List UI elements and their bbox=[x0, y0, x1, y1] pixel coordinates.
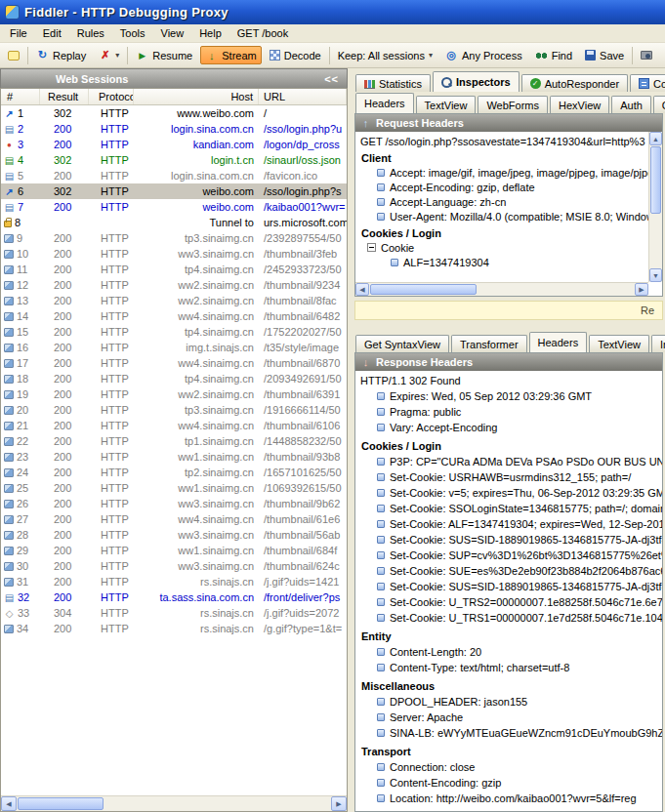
menu-item-edit[interactable]: Edit bbox=[35, 25, 69, 41]
session-row[interactable]: 9200HTTPtp3.sinaimg.cn/2392897554/50 bbox=[1, 230, 347, 246]
session-row[interactable]: 13200HTTPww2.sinaimg.cn/thumbnail/8fac bbox=[1, 293, 347, 308]
header-row[interactable]: Accept: image/gif, image/jpeg, image/pjp… bbox=[355, 165, 648, 180]
session-row[interactable]: 25200HTTPww1.sinaimg.cn/1069392615/50 bbox=[1, 480, 347, 496]
session-row[interactable]: 5200HTTPlogin.sina.com.cn/favicon.ico bbox=[1, 168, 347, 183]
title-bar[interactable]: Fiddler - HTTP Debugging Proxy bbox=[0, 0, 665, 24]
session-row[interactable]: 34200HTTPrs.sinajs.cn/g.gif?type=1&t= bbox=[1, 621, 347, 636]
header-row[interactable]: Set-Cookie: USRHAWB=usrmdins312_155; pat… bbox=[355, 469, 662, 485]
header-row[interactable]: Accept-Encoding: gzip, deflate bbox=[355, 180, 648, 194]
header-row[interactable]: DPOOL_HEADER: jason155 bbox=[355, 694, 662, 710]
collapse-icon[interactable] bbox=[367, 243, 376, 252]
scrollbar-thumb[interactable] bbox=[18, 797, 104, 810]
header-row[interactable]: Connection: close bbox=[355, 759, 662, 775]
column-header-protocol[interactable]: Protocol bbox=[89, 89, 134, 104]
response-tab-headers[interactable]: Headers bbox=[529, 332, 588, 352]
request-tab-webforms[interactable]: WebForms bbox=[478, 96, 548, 113]
header-row[interactable]: User-Agent: Mozilla/4.0 (compatible; MSI… bbox=[355, 209, 648, 223]
header-row[interactable]: Cookies / Login bbox=[355, 225, 648, 240]
session-row[interactable]: 10200HTTPww3.sinaimg.cn/thumbnail/3feb bbox=[1, 246, 347, 262]
session-row[interactable]: 28200HTTPww3.sinaimg.cn/thumbnail/56ab bbox=[1, 527, 347, 543]
scroll-down-button[interactable] bbox=[649, 268, 662, 282]
tab-autoresponder[interactable]: AutoResponder bbox=[521, 74, 628, 92]
session-row[interactable]: 17200HTTPww4.sinaimg.cn/thumbnail/6870 bbox=[1, 355, 347, 371]
tab-composer[interactable]: Composer bbox=[630, 74, 665, 92]
session-row[interactable]: 23200HTTPww1.sinaimg.cn/thumbnail/93b8 bbox=[1, 449, 347, 465]
session-row[interactable]: 19200HTTPww2.sinaimg.cn/thumbnail/6391 bbox=[1, 386, 347, 402]
session-row[interactable]: 29200HTTPww1.sinaimg.cn/thumbnail/684f bbox=[1, 543, 347, 558]
header-row[interactable]: Entity bbox=[355, 629, 662, 644]
menu-item-get-book[interactable]: GET /book bbox=[229, 25, 296, 41]
header-row[interactable]: Content-Type: text/html; charset=utf-8 bbox=[355, 660, 662, 675]
stream-toggle-button[interactable]: Stream bbox=[200, 46, 261, 64]
menu-item-file[interactable]: File bbox=[2, 25, 35, 41]
session-row[interactable]: 8Tunnel tours.microsoft.com bbox=[1, 215, 347, 230]
header-row[interactable]: Set-Cookie: SUS=SID-1889019865-134681577… bbox=[355, 579, 662, 594]
header-row[interactable]: P3P: CP="CURa ADMa DEVa PSAo PSDo OUR BU… bbox=[355, 454, 662, 469]
column-header-url[interactable]: URL bbox=[259, 89, 347, 104]
session-row[interactable]: 7200HTTPweibo.com/kaibao001?wvr= bbox=[1, 199, 347, 215]
session-row[interactable]: 31200HTTPrs.sinajs.cn/j.gif?uids=1421 bbox=[1, 574, 347, 589]
header-row[interactable]: Transport bbox=[355, 744, 662, 759]
request-tab-auth[interactable]: Auth bbox=[611, 96, 651, 113]
header-row[interactable]: Pragma: public bbox=[355, 404, 662, 420]
menu-item-tools[interactable]: Tools bbox=[112, 25, 153, 41]
menu-item-rules[interactable]: Rules bbox=[69, 25, 112, 41]
header-row[interactable]: Server: Apache bbox=[355, 710, 662, 725]
session-row[interactable]: 26200HTTPww3.sinaimg.cn/thumbnail/9b62 bbox=[1, 496, 347, 511]
response-tab-textview[interactable]: TextView bbox=[589, 335, 649, 352]
remove-sessions-button[interactable]: ▾ bbox=[94, 46, 124, 64]
scrollbar-thumb[interactable] bbox=[650, 146, 661, 214]
tab-statistics[interactable]: Statistics bbox=[355, 74, 431, 92]
scrollbar-track[interactable] bbox=[369, 283, 635, 296]
scroll-right-button[interactable] bbox=[635, 283, 648, 296]
timer-button[interactable] bbox=[660, 47, 665, 63]
header-row[interactable]: Content-Length: 20 bbox=[355, 644, 662, 660]
header-row[interactable]: Accept-Language: zh-cn bbox=[355, 194, 648, 209]
add-comment-button[interactable] bbox=[3, 48, 24, 63]
header-row[interactable]: Set-Cookie: SUP=cv%3D1%26bt%3D1346815775… bbox=[355, 548, 662, 563]
session-row[interactable]: 18200HTTPtp4.sinaimg.cn/2093492691/50 bbox=[1, 371, 347, 386]
session-row[interactable]: 30200HTTPww3.sinaimg.cn/thumbnail/624c bbox=[1, 558, 347, 574]
session-row[interactable]: 32200HTTPta.sass.sina.com.cn/front/deliv… bbox=[1, 589, 347, 605]
header-row[interactable]: Set-Cookie: SUE=es%3De2eb90f23b884b2f206… bbox=[355, 563, 662, 579]
header-row[interactable]: Set-Cookie: U_TRS1=00000007.1e7d258f.504… bbox=[355, 610, 662, 626]
response-tab-transformer[interactable]: Transformer bbox=[451, 335, 527, 352]
header-row[interactable]: Client bbox=[355, 150, 648, 165]
header-row[interactable]: ALF=1347419304 bbox=[355, 255, 648, 269]
any-process-button[interactable]: Any Process bbox=[440, 46, 527, 64]
tab-inspectors[interactable]: Inspectors bbox=[433, 71, 520, 92]
header-row[interactable]: Set-Cookie: ALF=1347419304; expires=Wed,… bbox=[355, 516, 662, 532]
collapse-panel-button[interactable]: << bbox=[324, 73, 339, 85]
header-row[interactable]: Set-Cookie: v=5; expires=Thu, 06-Sep-201… bbox=[355, 485, 662, 501]
request-tab-headers[interactable]: Headers bbox=[355, 93, 414, 113]
replay-button[interactable]: Replay bbox=[31, 46, 91, 64]
header-row[interactable]: Content-Encoding: gzip bbox=[355, 775, 662, 791]
scroll-left-button[interactable] bbox=[1, 796, 17, 811]
session-row[interactable]: 16200HTTPimg.t.sinajs.cn/t35/style/image bbox=[1, 340, 347, 355]
scrollbar-track[interactable] bbox=[649, 145, 662, 268]
scrollbar-thumb[interactable] bbox=[370, 284, 477, 295]
find-button[interactable]: Find bbox=[530, 47, 577, 64]
column-header-result[interactable]: Result bbox=[40, 89, 89, 104]
screenshot-button[interactable] bbox=[636, 48, 657, 62]
response-tab-get-syntaxview[interactable]: Get SyntaxView bbox=[355, 335, 449, 352]
resume-button[interactable]: Resume bbox=[131, 46, 197, 64]
sessions-horizontal-scrollbar[interactable] bbox=[1, 795, 347, 811]
header-row[interactable]: Cookie bbox=[355, 240, 648, 255]
response-tab-imageview[interactable]: ImageView bbox=[651, 335, 665, 352]
header-row[interactable]: Location: http://weibo.com/kaibao001?wvr… bbox=[355, 791, 662, 806]
request-horizontal-scrollbar[interactable] bbox=[355, 282, 648, 296]
header-row[interactable]: Set-Cookie: SSOLoginState=1346815775; pa… bbox=[355, 501, 662, 516]
header-row[interactable]: Set-Cookie: U_TRS2=00000007.1e88258f.504… bbox=[355, 594, 662, 610]
header-row[interactable]: Cookies / Login bbox=[355, 438, 662, 454]
header-row[interactable]: Set-Cookie: SUS=SID-1889019865-134681577… bbox=[355, 532, 662, 548]
session-row[interactable]: 6302HTTPweibo.com/sso/login.php?s bbox=[1, 183, 347, 199]
session-row[interactable]: 3200HTTPkandian.com/logon/dp_cross bbox=[1, 137, 347, 152]
menu-item-view[interactable]: View bbox=[153, 25, 192, 41]
session-row[interactable]: 14200HTTPww4.sinaimg.cn/thumbnail/6482 bbox=[1, 308, 347, 324]
session-row[interactable]: 27200HTTPww4.sinaimg.cn/thumbnail/61e6 bbox=[1, 511, 347, 527]
keep-sessions-dropdown[interactable]: Keep: All sessions▾ bbox=[333, 47, 437, 64]
session-row[interactable]: 22200HTTPtp1.sinaimg.cn/1448858232/50 bbox=[1, 433, 347, 449]
session-row[interactable]: 21200HTTPww4.sinaimg.cn/thumbnail/6106 bbox=[1, 418, 347, 433]
decode-toggle-button[interactable]: Decode bbox=[265, 47, 326, 64]
